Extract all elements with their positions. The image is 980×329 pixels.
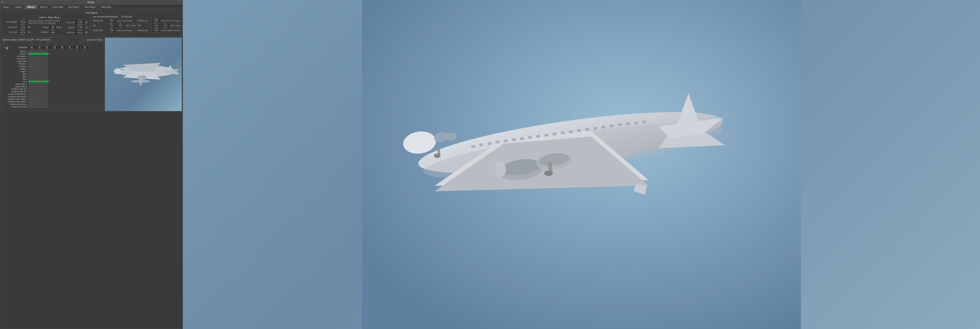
right-val2[interactable]: 0.631 [161, 24, 169, 27]
cell-square[interactable] [31, 68, 33, 70]
row-checkbox[interactable] [29, 106, 31, 108]
cell-square[interactable] [46, 101, 48, 103]
tab-wing-flex[interactable]: Wing Flex [99, 5, 114, 9]
cell-square[interactable] [37, 88, 39, 90]
row-checkbox[interactable] [29, 83, 31, 85]
cell-square[interactable] [41, 99, 43, 100]
tab-wing3[interactable]: Wing 3 [25, 5, 37, 9]
cell-square[interactable] [41, 65, 43, 67]
cell-square[interactable] [31, 71, 33, 72]
cell-square[interactable] [31, 58, 33, 60]
cell-square[interactable] [44, 106, 45, 108]
cell-square[interactable] [46, 63, 48, 65]
cell-square[interactable] [40, 65, 41, 67]
cell-square[interactable] [46, 86, 48, 87]
row-checkbox[interactable] [29, 55, 31, 57]
cell-square[interactable] [35, 103, 37, 105]
cell-square[interactable] [40, 83, 41, 85]
cell-square[interactable] [33, 93, 35, 95]
cell-square[interactable] [40, 101, 41, 103]
cell-square[interactable] [33, 76, 35, 77]
cell-square[interactable] [40, 58, 41, 60]
tab-vert-stab1[interactable]: Vert Stab 1 [66, 5, 82, 9]
customize-chords-checkbox[interactable] [82, 39, 84, 41]
cell-square[interactable] [35, 106, 37, 108]
row-checkbox[interactable] [29, 101, 31, 103]
incidence-val-1[interactable]: 000 [36, 46, 43, 49]
cell-square[interactable] [41, 96, 43, 97]
cell-square[interactable] [33, 58, 35, 60]
cell-square[interactable] [41, 56, 43, 57]
row-checkbox[interactable] [29, 93, 31, 95]
cell-square[interactable] [36, 81, 38, 83]
cell-square[interactable] [44, 86, 45, 87]
cell-square[interactable] [46, 73, 48, 75]
cell-square[interactable] [46, 76, 48, 77]
cell-square[interactable] [31, 53, 33, 55]
cell-square[interactable] [40, 73, 41, 75]
cell-square[interactable] [37, 106, 39, 108]
cell-square[interactable] [44, 63, 45, 65]
cell-square[interactable] [44, 53, 46, 55]
cell-square[interactable] [31, 81, 33, 83]
sweep-value[interactable]: 319 [49, 25, 56, 29]
cell-square[interactable] [37, 65, 39, 67]
cell-square[interactable] [44, 93, 45, 95]
cell-square[interactable] [37, 78, 39, 80]
cell-square[interactable] [41, 88, 43, 90]
cell-square[interactable] [41, 103, 43, 105]
cell-square[interactable] [35, 91, 37, 92]
cell-square[interactable] [40, 86, 41, 87]
cell-square[interactable] [33, 65, 35, 67]
cell-square[interactable] [41, 106, 43, 108]
cell-square[interactable] [37, 103, 39, 105]
cell-square[interactable] [33, 88, 35, 90]
cell-square[interactable] [41, 101, 43, 103]
cell-square[interactable] [40, 51, 41, 52]
cell-square[interactable] [44, 83, 45, 85]
cell-square[interactable] [31, 63, 33, 65]
incidence-val-6[interactable]: 000 [74, 46, 80, 49]
cell-square[interactable] [35, 86, 37, 87]
left-val1[interactable]: 0.510 [107, 24, 115, 27]
cell-square[interactable] [37, 63, 39, 65]
row-checkbox[interactable] [29, 91, 31, 93]
cell-square[interactable] [37, 60, 39, 62]
cell-square[interactable] [41, 58, 43, 60]
texture-top-left-val[interactable]: 0.384 [107, 19, 115, 22]
cell-square[interactable] [35, 76, 37, 77]
cell-square[interactable] [37, 86, 39, 87]
cell-square[interactable] [35, 65, 37, 67]
tab-horiz-stab[interactable]: Horiz Stab [50, 5, 65, 9]
cell-square[interactable] [35, 58, 37, 60]
cell-square[interactable] [31, 103, 33, 105]
row-checkbox[interactable] [29, 95, 31, 98]
cell-square[interactable] [33, 51, 35, 52]
row-checkbox[interactable] [29, 70, 31, 73]
cell-square[interactable] [33, 103, 35, 105]
cell-square[interactable] [35, 60, 37, 62]
cell-square[interactable] [46, 83, 48, 85]
texture-use-checkbox[interactable] [119, 16, 121, 18]
cell-square[interactable] [31, 65, 33, 67]
right-val1[interactable]: 0.631 [116, 24, 124, 27]
cell-square[interactable] [35, 93, 37, 95]
cell-square[interactable] [35, 99, 37, 100]
cell-square[interactable] [35, 68, 37, 70]
left-val2[interactable]: 0.510 [152, 24, 160, 27]
cell-square[interactable] [37, 91, 39, 92]
tab-wing2[interactable]: Wing 2 [13, 5, 25, 9]
tab-wing1[interactable]: Wing 1 [1, 5, 13, 9]
incidence-val-3[interactable]: 000 [51, 46, 57, 49]
cell-square[interactable] [40, 99, 41, 100]
cell-square[interactable] [40, 88, 41, 90]
cell-square[interactable] [46, 96, 48, 97]
cell-square[interactable] [44, 60, 45, 62]
cell-square[interactable] [33, 81, 36, 83]
cell-square[interactable] [31, 88, 33, 90]
cell-square[interactable] [35, 96, 37, 97]
cell-square[interactable] [40, 78, 41, 80]
cell-square[interactable] [31, 60, 33, 62]
cell-square[interactable] [41, 93, 43, 95]
cell-square[interactable] [31, 51, 33, 52]
